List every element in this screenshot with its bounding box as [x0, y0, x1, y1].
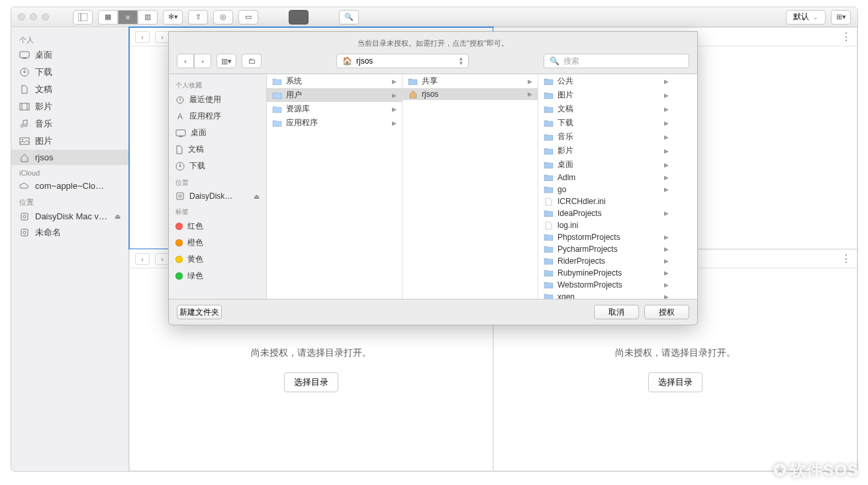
airdrop-button[interactable]: ◎ [213, 10, 233, 25]
traffic-lights[interactable] [18, 13, 49, 21]
search-button[interactable]: 🔍 [339, 10, 359, 25]
item-label: 桌面 [557, 159, 573, 170]
column-item[interactable]: 应用程序▶ [267, 116, 402, 130]
terminal-button[interactable] [289, 10, 309, 25]
eject-icon[interactable]: ⏏ [115, 213, 121, 220]
tag-item[interactable]: 黄色 [169, 251, 266, 268]
column-item[interactable]: rjsos▶ [403, 88, 538, 100]
eject-icon[interactable]: ⏏ [254, 193, 260, 200]
folder-icon [544, 281, 554, 290]
view-switch[interactable]: ▥▾ [217, 54, 236, 68]
column-item[interactable]: 下载▶ [538, 116, 674, 130]
tag-item[interactable]: 橙色 [169, 235, 266, 251]
action-menu[interactable]: ✻▾ [163, 10, 183, 25]
column-item[interactable]: 资源库▶ [267, 102, 402, 116]
sidebar-item[interactable]: DaisyDisk Mac v…⏏ [11, 209, 128, 224]
tag-dot [175, 256, 183, 263]
column-item[interactable]: xgen▶ [538, 291, 674, 299]
item-label: RiderProjects [557, 256, 605, 266]
sidebar-item[interactable]: 最近使用 [169, 91, 266, 108]
sidebar-item[interactable]: 下载 [169, 158, 266, 174]
chevron-right-icon: ▶ [392, 120, 397, 127]
sidebar-item[interactable]: 文稿 [11, 81, 128, 98]
search-field[interactable]: 🔍 搜索 [544, 54, 689, 68]
panes-layout[interactable]: ⊞▾ [831, 10, 851, 25]
chevron-right-icon: ▶ [664, 148, 669, 154]
svg-rect-2 [20, 52, 29, 58]
recent-icon [175, 95, 185, 105]
sidebar-item[interactable]: 音乐 [11, 115, 128, 133]
column-item[interactable]: IdeaProjects▶ [538, 207, 674, 219]
sidebar-item[interactable]: com~apple~Clo… [11, 178, 128, 193]
column-item[interactable]: 图片▶ [538, 88, 674, 102]
column-item[interactable]: PycharmProjects▶ [538, 243, 674, 255]
column-item[interactable]: 桌面▶ [538, 158, 674, 172]
column-item[interactable]: 音乐▶ [538, 130, 674, 144]
choose-dir-button[interactable]: 选择目录 [284, 372, 338, 392]
column-item[interactable]: WebstormProjects▶ [538, 279, 674, 291]
icon-view[interactable]: ▦ [98, 10, 118, 25]
sidebar-label: DaisyDisk Mac v… [35, 211, 107, 221]
back-button[interactable]: ‹ [135, 253, 150, 265]
more-icon[interactable]: ⋮ [841, 252, 851, 265]
folder-icon [272, 105, 282, 113]
sidebar-item[interactable]: A应用程序 [169, 108, 266, 125]
new-folder-button[interactable]: 新建文件夹 [177, 305, 222, 319]
more-icon[interactable]: ⋮ [841, 30, 851, 43]
column-item[interactable]: PhpstormProjects▶ [538, 231, 674, 243]
cancel-button[interactable]: 取消 [594, 305, 639, 319]
titlebar: ▦ ≡ ▥ ✻▾ ⇧ ◎ ▭ 🔍 默认⌄ ⊞▾ [11, 7, 857, 27]
sidebar-item[interactable]: DaisyDisk…⏏ [169, 189, 266, 203]
watermark: ✪软件SOS [773, 460, 859, 481]
apps-icon: A [175, 112, 185, 121]
disk-icon [175, 191, 185, 201]
view-preset[interactable]: 默认⌄ [786, 10, 826, 25]
column-item[interactable]: RiderProjects▶ [538, 255, 674, 267]
sidebar-item[interactable]: 文稿 [169, 141, 266, 158]
column-item[interactable]: 公共▶ [538, 74, 674, 88]
column-item[interactable]: log.ini▶ [538, 219, 674, 231]
folder-button[interactable]: 🗀 [242, 54, 262, 68]
tag-item[interactable]: 绿色 [169, 268, 266, 284]
column-item[interactable]: 影片▶ [538, 144, 674, 158]
column-item[interactable]: ICRCHdler.ini▶ [538, 195, 674, 207]
forward-button[interactable]: › [194, 54, 211, 68]
authorize-button[interactable]: 授权 [644, 305, 689, 319]
sidebar-item[interactable]: 未命名 [11, 224, 128, 241]
svg-point-20 [179, 195, 181, 197]
forward-button[interactable]: › [155, 253, 169, 265]
path-control[interactable]: 🏠 rjsos ▴▾ [336, 54, 469, 68]
tag-item[interactable]: 红色 [169, 218, 266, 235]
back-button[interactable]: ‹ [135, 31, 150, 43]
chevron-right-icon: ▶ [528, 78, 532, 85]
dialog-title: 当前目录未授权。如需打开，点击"授权"即可。 [169, 32, 697, 54]
chevron-right-icon: ▶ [664, 210, 669, 217]
column-item[interactable]: 文稿▶ [538, 102, 674, 116]
column-item[interactable]: Adlm▶ [538, 172, 674, 184]
choose-dir-button[interactable]: 选择目录 [648, 372, 702, 392]
chevron-right-icon: ▶ [392, 106, 397, 113]
unauthorized-text: 尚未授权，请选择目录打开。 [615, 347, 736, 359]
picture-icon [19, 136, 30, 146]
sidebar-toggle[interactable] [73, 10, 93, 25]
share-button[interactable]: ⇧ [188, 10, 208, 25]
sidebar-item[interactable]: rjsos [11, 150, 128, 165]
sidebar-item[interactable]: 影片 [11, 98, 128, 115]
item-label: rjsos [422, 89, 438, 99]
forward-button[interactable]: › [155, 31, 169, 43]
sidebar-item[interactable]: 桌面 [11, 46, 128, 64]
desktop-icon [19, 50, 30, 60]
back-button[interactable]: ‹ [177, 54, 194, 68]
column-item[interactable]: 系统▶ [267, 74, 402, 88]
tag-button[interactable]: ▭ [238, 10, 258, 25]
column-item[interactable]: 共享▶ [403, 74, 538, 88]
column-item[interactable]: go▶ [538, 184, 674, 195]
column-item[interactable]: 用户▶ [267, 88, 402, 102]
sidebar-item[interactable]: 下载 [11, 64, 128, 81]
sidebar-item[interactable]: 桌面 [169, 125, 266, 141]
column-view[interactable]: ▥ [138, 10, 158, 25]
list-view[interactable]: ≡ [118, 10, 138, 25]
column-item[interactable]: RubymineProjects▶ [538, 267, 674, 279]
tag-dot [175, 223, 183, 230]
sidebar-item[interactable]: 图片 [11, 133, 128, 150]
